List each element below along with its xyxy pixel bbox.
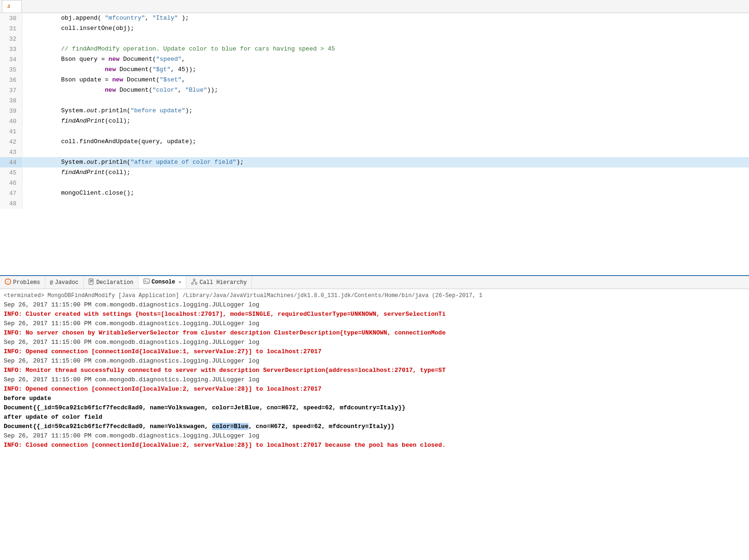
- line-number: 30: [0, 13, 22, 23]
- line-number: 42: [0, 137, 22, 147]
- svg-point-8: [193, 279, 195, 281]
- line-number: 32: [0, 34, 22, 44]
- console-output-line: before update: [4, 394, 745, 403]
- console-output-line: Document{{_id=59ca921cb6f1cf7fecdc8ad0, …: [4, 422, 745, 431]
- line-content: [22, 95, 749, 106]
- line-number: 34: [0, 54, 22, 65]
- console-output-line: Document{{_id=59ca921cb6f1cf7fecdc8ad0, …: [4, 403, 745, 413]
- console-output-line: Sep 26, 2017 11:15:00 PM com.mongodb.dia…: [4, 431, 745, 441]
- console-output-line: INFO: Monitor thread successfully connec…: [4, 366, 745, 375]
- code-line-39: 39 System.out.println("before update");: [0, 106, 749, 116]
- code-line-47: 47 mongoClient.close();: [0, 188, 749, 198]
- line-content: System.out.println("after update of colo…: [22, 157, 749, 167]
- console-output-line: Sep 26, 2017 11:15:00 PM com.mongodb.dia…: [4, 319, 745, 328]
- console-output-line: INFO: No server chosen by WritableServer…: [4, 328, 745, 338]
- code-line-33: 33 // findAndModify operation. Update co…: [0, 44, 749, 54]
- code-line-42: 42 coll.findOneAndUpdate(query, update);: [0, 137, 749, 147]
- bottom-tab-javadoc[interactable]: @Javadoc: [45, 276, 84, 289]
- problems-tab-label: Problems: [13, 279, 40, 286]
- code-line-30: 30 obj.append( "mfcountry", "Italy" );: [0, 13, 749, 23]
- line-number: 38: [0, 95, 22, 106]
- console-output-line: INFO: Opened connection [connectionId{lo…: [4, 385, 745, 394]
- line-content: [22, 34, 749, 44]
- code-line-36: 36 Bson update = new Document("$set",: [0, 75, 749, 85]
- line-content: findAndPrint(coll);: [22, 167, 749, 178]
- declaration-tab-label: Declaration: [96, 279, 133, 286]
- console-output-line: INFO: Cluster created with settings {hos…: [4, 310, 745, 319]
- console-output-line: INFO: Opened connection [connectionId{lo…: [4, 347, 745, 356]
- code-line-41: 41: [0, 126, 749, 137]
- line-content: Bson query = new Document("speed",: [22, 54, 749, 65]
- call-hierarchy-tab-label: Call Hierarchy: [199, 279, 247, 286]
- svg-point-9: [191, 283, 193, 284]
- code-line-44: 44 System.out.println("after update of c…: [0, 157, 749, 167]
- console-terminated-line: <terminated> MongoDBFindAndModify [Java …: [4, 291, 745, 300]
- line-number: 35: [0, 65, 22, 75]
- console-lines: Sep 26, 2017 11:15:00 PM com.mongodb.dia…: [4, 300, 745, 450]
- javadoc-tab-icon: @: [50, 280, 53, 285]
- code-line-37: 37 new Document("color", "Blue"));: [0, 85, 749, 95]
- svg-line-11: [192, 281, 194, 283]
- console-area: <terminated> MongoDBFindAndModify [Java …: [0, 289, 749, 560]
- code-line-48: 48: [0, 198, 749, 209]
- svg-rect-2: [89, 279, 93, 284]
- line-content: Bson update = new Document("$set",: [22, 75, 749, 85]
- bottom-tab-declaration[interactable]: Declaration: [84, 276, 139, 289]
- line-number: 36: [0, 75, 22, 85]
- line-number: 40: [0, 116, 22, 126]
- bottom-tab-bar: !Problems@JavadocDeclarationConsole✕Call…: [0, 275, 749, 289]
- svg-point-10: [195, 283, 197, 284]
- line-number: 41: [0, 126, 22, 137]
- code-line-43: 43: [0, 147, 749, 157]
- line-content: new Document("$gt", 45));: [22, 65, 749, 75]
- code-line-34: 34 Bson query = new Document("speed",: [0, 54, 749, 65]
- bottom-tab-console[interactable]: Console✕: [139, 276, 186, 289]
- svg-text:!: !: [7, 280, 9, 285]
- line-number: 44: [0, 157, 22, 167]
- call-hierarchy-tab-icon: [191, 278, 198, 286]
- line-number: 46: [0, 178, 22, 188]
- bottom-tab-problems[interactable]: !Problems: [0, 276, 45, 289]
- line-content: System.out.println("before update");: [22, 106, 749, 116]
- editor-tab-java[interactable]: J: [2, 0, 22, 13]
- console-output-line: Sep 26, 2017 11:15:00 PM com.mongodb.dia…: [4, 338, 745, 347]
- code-line-32: 32: [0, 34, 749, 44]
- code-line-46: 46: [0, 178, 749, 188]
- java-file-icon: J: [7, 4, 10, 9]
- console-output-line: Sep 26, 2017 11:15:00 PM com.mongodb.dia…: [4, 375, 745, 385]
- line-content: obj.append( "mfcountry", "Italy" );: [22, 13, 749, 23]
- line-content: [22, 178, 749, 188]
- highlighted-value: color=Blue: [212, 423, 249, 430]
- code-line-45: 45 findAndPrint(coll);: [0, 167, 749, 178]
- declaration-tab-icon: [88, 278, 95, 286]
- line-content: coll.insertOne(obj);: [22, 23, 749, 34]
- line-number: 47: [0, 188, 22, 198]
- console-output-line: INFO: Closed connection [connectionId{lo…: [4, 441, 745, 450]
- code-line-40: 40 findAndPrint(coll);: [0, 116, 749, 126]
- console-output-line: Sep 26, 2017 11:15:00 PM com.mongodb.dia…: [4, 300, 745, 310]
- code-line-38: 38: [0, 95, 749, 106]
- line-number: 43: [0, 147, 22, 157]
- line-content: findAndPrint(coll);: [22, 116, 749, 126]
- javadoc-tab-label: Javadoc: [55, 279, 78, 286]
- bottom-tab-call-hierarchy[interactable]: Call Hierarchy: [186, 276, 252, 289]
- line-content: [22, 126, 749, 137]
- line-content: new Document("color", "Blue"));: [22, 85, 749, 95]
- code-editor: 30 obj.append( "mfcountry", "Italy" );31…: [0, 13, 749, 275]
- line-number: 33: [0, 44, 22, 54]
- console-tab-label: Console: [152, 279, 175, 285]
- console-tab-icon: [143, 278, 150, 286]
- line-number: 48: [0, 198, 22, 209]
- console-tab-close[interactable]: ✕: [178, 279, 181, 285]
- line-number: 45: [0, 167, 22, 178]
- code-line-31: 31 coll.insertOne(obj);: [0, 23, 749, 34]
- line-number: 37: [0, 85, 22, 95]
- code-lines: 30 obj.append( "mfcountry", "Italy" );31…: [0, 13, 749, 275]
- line-content: [22, 147, 749, 157]
- code-line-35: 35 new Document("$gt", 45));: [0, 65, 749, 75]
- line-number: 31: [0, 23, 22, 34]
- problems-tab-icon: !: [5, 278, 11, 286]
- line-content: // findAndModify operation. Update color…: [22, 44, 749, 54]
- console-output-line: Sep 26, 2017 11:15:00 PM com.mongodb.dia…: [4, 356, 745, 366]
- line-content: coll.findOneAndUpdate(query, update);: [22, 137, 749, 147]
